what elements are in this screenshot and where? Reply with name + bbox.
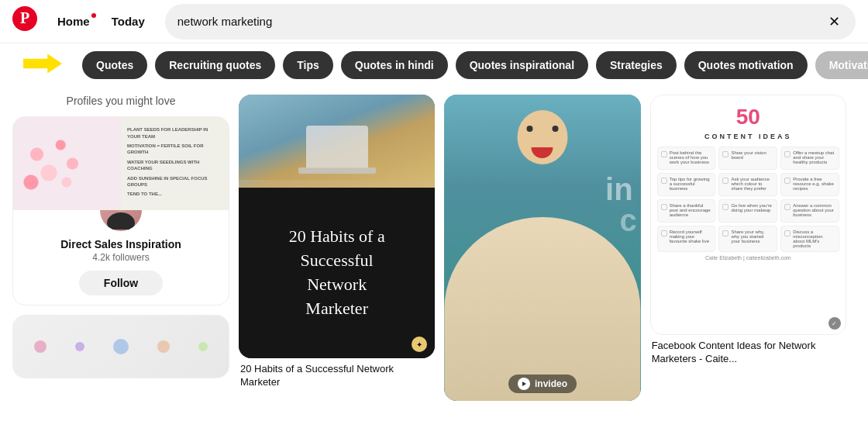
filter-chips-row: Quotes Recruiting quotes Tips Quotes in … <box>0 43 868 87</box>
arrow-indicator <box>23 50 62 81</box>
decorative-circle-3 <box>113 339 129 354</box>
home-nav[interactable]: Home <box>50 10 98 33</box>
follow-button[interactable]: Follow <box>79 271 163 295</box>
content-cell-9: Answer a common question about your busi… <box>780 199 839 223</box>
pin-habits-image <box>239 95 435 188</box>
profiles-section-title: Profiles you might love <box>12 95 229 107</box>
invideo-badge: invideo <box>508 375 577 393</box>
pin-habits-text-overlay: 20 Habits of aSuccessfulNetworkMarketer <box>239 188 435 358</box>
profile-name: Direct Sales Inspiration <box>60 238 181 250</box>
content-cell-12: Discuss a misconception about MLM's prod… <box>780 226 839 252</box>
filter-chip-quotes-hindi[interactable]: Quotes in hindi <box>341 51 448 79</box>
pin-habits-label: 20 Habits of a Successful Network Market… <box>239 358 435 394</box>
svg-text:P: P <box>20 9 29 26</box>
content-cell-6: Provide a free resource e.g. shake recip… <box>780 173 839 196</box>
content-cell-3: Offer a meetup chat and share your healt… <box>780 147 839 170</box>
pin-content-card[interactable]: 50 CONTENT IDEAS Post behind the scenes … <box>650 95 846 371</box>
profile-banner: PLANT SEEDS FOR LEADERSHIP IN YOUR TEAM … <box>13 117 229 210</box>
filter-chip-quotes-motivation[interactable]: Quotes motivation <box>684 51 808 79</box>
pin-video-card[interactable]: in c invideo <box>444 95 640 401</box>
pin-content-grid: Post behind the scenes of how you work y… <box>651 147 846 252</box>
pin-content-footer: Caite Elizabeth | caiteelizabeth.com <box>651 252 846 264</box>
content-area: Profiles you might love PLANT SEEDS FOR … <box>0 87 868 435</box>
pin-content-badge: ✓ <box>828 317 841 330</box>
pin-content-number: 50 <box>651 95 846 133</box>
filter-chip-recruiting[interactable]: Recruiting quotes <box>155 51 275 79</box>
header: P Home Today ✕ <box>0 0 868 43</box>
pin-column-1: 20 Habits of aSuccessfulNetworkMarketer … <box>239 95 435 430</box>
second-profile-banner <box>13 316 229 378</box>
filter-chip-tips[interactable]: Tips <box>283 51 333 79</box>
second-profile-card <box>12 315 229 378</box>
content-cell-2: Show your vision board <box>718 147 777 170</box>
pin-habits-title: 20 Habits of aSuccessfulNetworkMarketer <box>289 225 385 320</box>
pin-column-3: 50 CONTENT IDEAS Post behind the scenes … <box>650 95 846 430</box>
svg-point-4 <box>107 212 135 230</box>
person-visual: in c <box>444 95 640 401</box>
today-nav[interactable]: Today <box>104 10 153 33</box>
decorative-circle-1 <box>34 340 46 353</box>
pin-column-2: in c invideo <box>444 95 640 430</box>
search-close-button[interactable]: ✕ <box>825 10 843 33</box>
content-cell-1: Post behind the scenes of how you work y… <box>657 147 716 170</box>
filter-chip-quotes-inspirational[interactable]: Quotes inspirational <box>456 51 588 79</box>
search-input[interactable] <box>177 15 819 28</box>
invideo-label: invideo <box>535 378 567 389</box>
nav-links: Home Today <box>50 10 153 33</box>
filter-chip-quotes[interactable]: Quotes <box>82 51 147 79</box>
pin-content-subtitle: CONTENT IDEAS <box>651 133 846 140</box>
pin-video-visual: in c invideo <box>444 95 640 401</box>
content-cell-11: Share your why, why you started your bus… <box>718 226 777 252</box>
svg-marker-2 <box>23 54 62 74</box>
banner-flowers <box>13 117 132 210</box>
search-bar: ✕ <box>165 4 856 40</box>
pinterest-logo[interactable]: P <box>12 6 37 36</box>
content-cell-5: Ask your audience which colour to share … <box>718 173 777 196</box>
content-cell-4: Top tips for growing a successful busine… <box>657 173 716 196</box>
profiles-sidebar: Profiles you might love PLANT SEEDS FOR … <box>12 87 229 435</box>
laptop-image <box>239 95 435 188</box>
pin-habits-card[interactable]: 20 Habits of aSuccessfulNetworkMarketer … <box>239 95 435 394</box>
play-triangle <box>522 381 526 386</box>
filter-chip-strategies[interactable]: Strategies <box>596 51 677 79</box>
pins-grid: 20 Habits of aSuccessfulNetworkMarketer … <box>229 87 856 435</box>
content-cell-10: Record yourself making your favourite sh… <box>657 226 716 252</box>
content-cell-7: Share a thankful post and encourage audi… <box>657 199 716 223</box>
banner-text-overlay: PLANT SEEDS FOR LEADERSHIP IN YOUR TEAM … <box>121 117 229 210</box>
pin-content-label: Facebook Content Ideas for Network Marke… <box>650 335 846 371</box>
pin-habits-visual: 20 Habits of aSuccessfulNetworkMarketer … <box>239 95 435 358</box>
home-dot <box>91 13 96 18</box>
pin-content-visual: 50 CONTENT IDEAS Post behind the scenes … <box>650 95 846 335</box>
decorative-circle-4 <box>157 340 170 353</box>
filter-chip-motivation[interactable]: Motivation <box>815 51 868 79</box>
decorative-circle-5 <box>198 342 208 351</box>
decorative-circle-2 <box>75 342 84 351</box>
profile-card: PLANT SEEDS FOR LEADERSHIP IN YOUR TEAM … <box>12 116 229 306</box>
play-icon <box>518 378 530 390</box>
content-cell-8: Go live when you're doing your makeup <box>718 199 777 223</box>
profile-followers: 4.2k followers <box>92 252 149 263</box>
